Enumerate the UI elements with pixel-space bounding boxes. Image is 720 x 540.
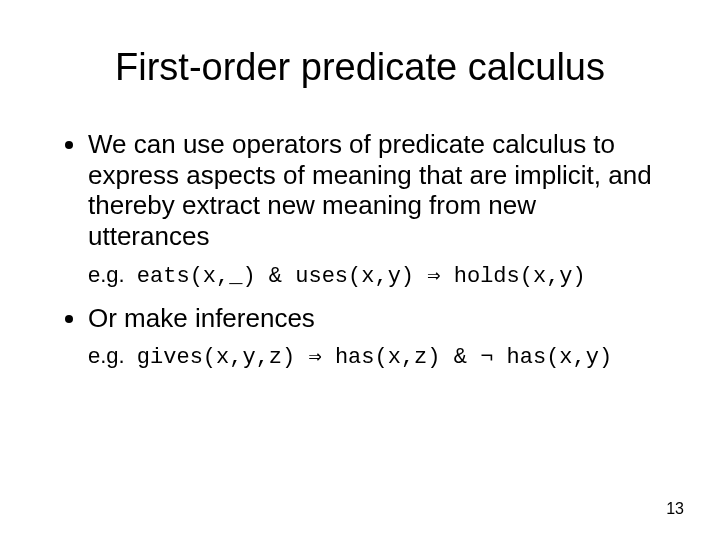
page-number: 13 [666,500,684,518]
example-line: e.g. gives(x,y,z) ⇒ has(x,z) & ¬ has(x,y… [88,343,660,370]
example-code: gives(x,y,z) ⇒ has(x,z) & ¬ has(x,y) [137,345,612,370]
example-prefix: e.g. [88,343,125,368]
example-code: eats(x,_) & uses(x,y) ⇒ holds(x,y) [137,264,586,289]
bullet-list: We can use operators of predicate calcul… [60,129,660,252]
bullet-list: Or make inferences [60,303,660,334]
example-prefix: e.g. [88,262,125,287]
bullet-item: We can use operators of predicate calcul… [88,129,660,252]
example-line: e.g. eats(x,_) & uses(x,y) ⇒ holds(x,y) [88,262,660,289]
slide-title: First-order predicate calculus [60,46,660,89]
slide: First-order predicate calculus We can us… [0,0,720,540]
bullet-item: Or make inferences [88,303,660,334]
